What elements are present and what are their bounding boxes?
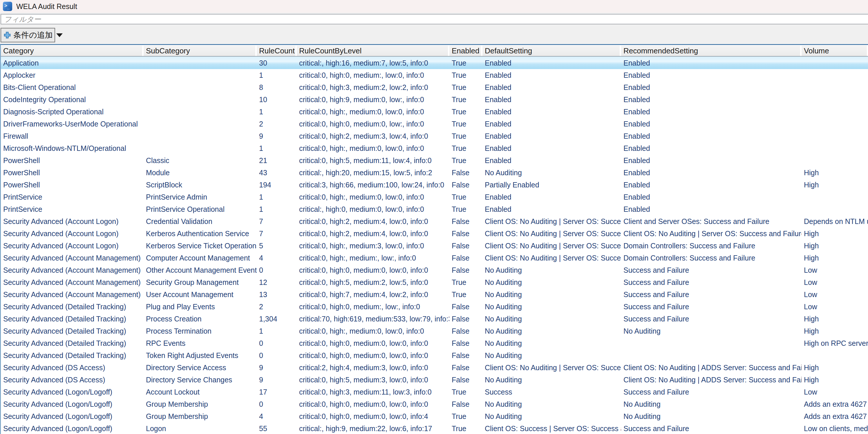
window-title: WELA Audit Result	[16, 2, 77, 11]
cell-bylevel: critical:, high:9, medium:22, low:6, inf…	[297, 423, 450, 434]
cell-enabled: False	[450, 398, 483, 410]
cell-category: Diagnosis-Scripted Operational	[1, 105, 144, 118]
cell-bylevel: critical:0, high:5, medium:3, low:0, inf…	[297, 374, 450, 386]
column-header-default[interactable]: DefaultSetting	[483, 45, 620, 56]
cell-default: Enabled	[483, 69, 621, 81]
cell-subcategory: Group Membership	[144, 398, 257, 410]
cell-recommended: Enabled	[621, 105, 802, 118]
column-header-subcategory[interactable]: SubCategory	[144, 45, 255, 56]
cell-category: Security Advanced (Detailed Tracking)	[1, 301, 144, 313]
table-row[interactable]: Security Advanced (Account Logon)Credent…	[1, 215, 868, 227]
cell-default: No Auditing	[483, 276, 621, 288]
cell-recommended: Enabled	[621, 142, 802, 154]
column-header-category[interactable]: Category	[1, 45, 142, 56]
plus-icon	[4, 32, 11, 39]
cell-enabled: False	[450, 301, 483, 313]
cell-volume	[802, 130, 868, 142]
cell-volume	[802, 81, 868, 93]
table-row[interactable]: PrintServicePrintService Operational1cri…	[1, 203, 868, 215]
table-row[interactable]: Bits-Client Operational8critical:0, high…	[1, 81, 868, 93]
table-row[interactable]: Microsoft-Windows-NTLM/Operational1criti…	[1, 142, 868, 154]
cell-recommended: Enabled	[621, 166, 802, 179]
cell-rulecount: 9	[257, 130, 297, 142]
table-row[interactable]: Security Advanced (Detailed Tracking)RPC…	[1, 337, 868, 349]
table-row[interactable]: Security Advanced (Detailed Tracking)Pro…	[1, 325, 868, 337]
cell-volume	[802, 118, 868, 130]
cell-rulecount: 2	[257, 301, 297, 313]
table-row[interactable]: Security Advanced (Account Management)Se…	[1, 276, 868, 288]
table-row[interactable]: PowerShellScriptBlock194critical:3, high…	[1, 179, 868, 191]
table-row[interactable]: PowerShellClassic21critical:0, high:5, m…	[1, 154, 868, 166]
cell-default: No Auditing	[483, 264, 621, 276]
table-row[interactable]: Security Advanced (Logon/Logoff)Account …	[1, 386, 868, 398]
cell-enabled: False	[450, 313, 483, 325]
table-row[interactable]: Security Advanced (Logon/Logoff)Logon55c…	[1, 423, 868, 434]
cell-default: No Auditing	[483, 349, 621, 362]
table-row[interactable]: Firewall9critical:0, high:2, medium:3, l…	[1, 130, 868, 142]
cell-subcategory	[144, 81, 257, 93]
table-row[interactable]: Security Advanced (Logon/Logoff)Group Me…	[1, 410, 868, 423]
column-header-bylevel[interactable]: RuleCountByLevel	[297, 45, 448, 56]
filter-input[interactable]	[1, 14, 868, 24]
audit-result-table: CategorySubCategoryRuleCountRuleCountByL…	[0, 44, 868, 434]
table-header-row: CategorySubCategoryRuleCountRuleCountByL…	[1, 45, 868, 57]
cell-volume: Low	[802, 386, 868, 398]
table-row[interactable]: Application30critical:, high:16, medium:…	[1, 57, 868, 69]
cell-enabled: False	[450, 240, 483, 252]
cell-recommended: Enabled	[621, 118, 802, 130]
cell-volume	[802, 69, 868, 81]
cell-enabled: True	[450, 69, 483, 81]
cell-category: Security Advanced (Account Logon)	[1, 240, 144, 252]
table-row[interactable]: Security Advanced (Account Logon)Kerbero…	[1, 227, 868, 240]
cell-bylevel: critical:, high:0, medium:0, low:0, info…	[297, 203, 450, 215]
table-row[interactable]: CodeIntegrity Operational10critical:0, h…	[1, 93, 868, 105]
cell-bylevel: critical:0, high:3, medium:2, low:2, inf…	[297, 81, 450, 93]
table-row[interactable]: Applocker1critical:0, high:0, medium:, l…	[1, 69, 868, 81]
table-row[interactable]: Security Advanced (Account Management)Us…	[1, 288, 868, 301]
cell-default: Enabled	[483, 81, 621, 93]
table-row[interactable]: PowerShellModule43critical:, high:20, me…	[1, 166, 868, 179]
table-row[interactable]: Security Advanced (Account Management)Co…	[1, 252, 868, 264]
cell-rulecount: 21	[257, 154, 297, 166]
cell-enabled: True	[450, 57, 483, 69]
cell-volume: High	[802, 374, 868, 386]
cell-enabled: True	[450, 276, 483, 288]
table-row[interactable]: DriverFrameworks-UserMode Operational2cr…	[1, 118, 868, 130]
table-row[interactable]: Security Advanced (Account Management)Ot…	[1, 264, 868, 276]
window-titlebar: >_ WELA Audit Result	[0, 0, 868, 13]
cell-subcategory	[144, 69, 257, 81]
table-row[interactable]: Security Advanced (Account Logon)Kerbero…	[1, 240, 868, 252]
cell-recommended: Success and Failure	[621, 423, 802, 434]
table-row[interactable]: Security Advanced (Logon/Logoff)Group Me…	[1, 398, 868, 410]
table-row[interactable]: Diagnosis-Scripted Operational1critical:…	[1, 105, 868, 118]
cell-category: PowerShell	[1, 179, 144, 191]
column-header-rulecount[interactable]: RuleCount	[257, 45, 295, 56]
cell-default: No Auditing	[483, 337, 621, 349]
add-condition-button[interactable]: 条件の追加	[1, 28, 55, 42]
cell-bylevel: critical:0, high:0, medium:0, low:, info…	[297, 118, 450, 130]
cell-subcategory: Computer Account Management	[144, 252, 257, 264]
column-header-recommended[interactable]: RecommendedSetting	[621, 45, 800, 56]
column-header-volume[interactable]: Volume	[802, 45, 867, 56]
cell-subcategory	[144, 105, 257, 118]
cell-default: No Auditing	[483, 410, 621, 423]
cell-volume: Low on clients, mediu	[802, 423, 868, 434]
table-row[interactable]: Security Advanced (Detailed Tracking)Tok…	[1, 349, 868, 362]
chevron-down-icon	[56, 33, 63, 37]
table-row[interactable]: Security Advanced (DS Access)Directory S…	[1, 374, 868, 386]
cell-default: Enabled	[483, 93, 621, 105]
cell-subcategory: Module	[144, 166, 257, 179]
cell-subcategory: Token Right Adjusted Events	[144, 349, 257, 362]
cell-volume: Low	[802, 301, 868, 313]
cell-rulecount: 2	[257, 118, 297, 130]
cell-category: Security Advanced (Account Management)	[1, 276, 144, 288]
table-row[interactable]: PrintServicePrintService Admin1critical:…	[1, 191, 868, 203]
cell-recommended: Success and Failure	[621, 386, 802, 398]
cell-default: Client OS: Success | Server OS: Success …	[483, 423, 621, 434]
cell-recommended: No Auditing	[621, 325, 802, 337]
table-row[interactable]: Security Advanced (Detailed Tracking)Plu…	[1, 301, 868, 313]
cell-bylevel: critical:0, high:2, medium:4, low:0, inf…	[297, 227, 450, 240]
table-row[interactable]: Security Advanced (DS Access)Directory S…	[1, 362, 868, 374]
column-header-enabled[interactable]: Enabled	[450, 45, 481, 56]
table-row[interactable]: Security Advanced (Detailed Tracking)Pro…	[1, 313, 868, 325]
